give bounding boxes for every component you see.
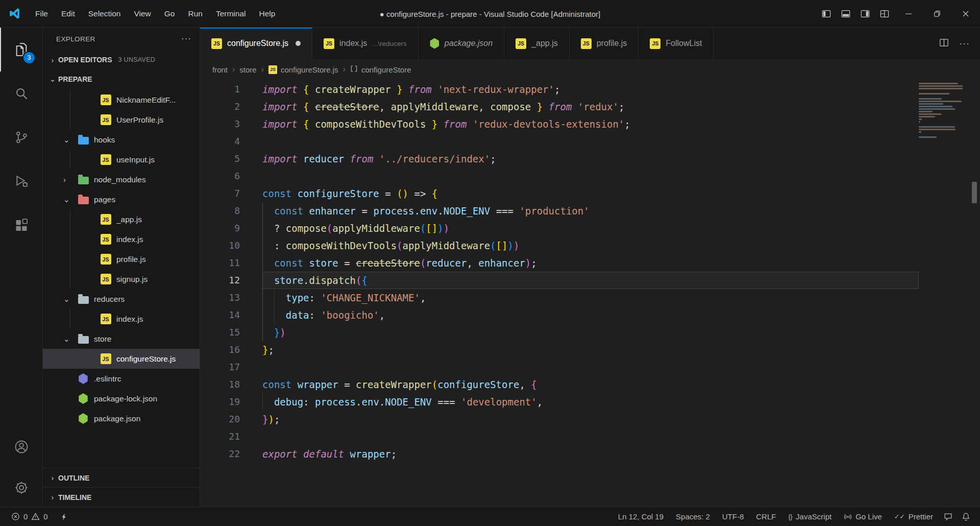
run-debug-icon: [14, 174, 29, 189]
code-line-7[interactable]: 7const configureStore = () => {: [200, 185, 980, 202]
tree-item-UserProfile.js[interactable]: JSUserProfile.js: [43, 110, 200, 130]
activitybar-settings[interactable]: [0, 469, 42, 507]
tab-FollowList[interactable]: JSFollowList: [639, 28, 714, 59]
section-open-editors[interactable]: › OPEN EDITORS 3 UNSAVED: [43, 50, 200, 69]
activitybar-source-control[interactable]: [0, 115, 42, 159]
line-number: 9: [200, 220, 240, 237]
breadcrumb-item-store[interactable]: store: [239, 65, 256, 74]
status-go-live[interactable]: Go Live: [838, 507, 888, 526]
tab-profile.js[interactable]: JSprofile.js: [570, 28, 639, 59]
section-timeline[interactable]: › TIMELINE: [43, 487, 200, 507]
tree-item-store[interactable]: ⌄store: [43, 329, 200, 349]
tree-item-signup.js[interactable]: JSsignup.js: [43, 269, 200, 289]
code-line-15[interactable]: 15 }): [200, 324, 980, 341]
menu-edit[interactable]: Edit: [55, 5, 82, 22]
status-prettier[interactable]: ✓✓Prettier: [888, 507, 939, 526]
tree-item-reducers[interactable]: ⌄reducers: [43, 289, 200, 309]
code-line-10[interactable]: 10 : composeWithDevTools(applyMiddleware…: [200, 237, 980, 254]
menu-selection[interactable]: Selection: [82, 5, 128, 22]
code-line-1[interactable]: 1import { createWrapper } from 'next-red…: [200, 81, 980, 98]
menu-view[interactable]: View: [127, 5, 157, 22]
chevron-right-icon: ›: [47, 493, 58, 501]
tree-item-hooks[interactable]: ⌄hooks: [43, 130, 200, 150]
breadcrumb-item-configureStore[interactable]: configureStore: [350, 65, 411, 74]
section-outline[interactable]: › OUTLINE: [43, 468, 200, 487]
code-line-18[interactable]: 18const wrapper = createWrapper(configur…: [200, 376, 980, 393]
code-line-6[interactable]: 6: [200, 168, 980, 185]
tree-item-.eslintrc[interactable]: .eslintrc: [43, 369, 200, 389]
code-line-14[interactable]: 14 data: 'boogicho',: [200, 306, 980, 324]
activitybar-search[interactable]: [0, 71, 42, 115]
menu-go[interactable]: Go: [158, 5, 182, 22]
status-ln-12-col-19[interactable]: Ln 12, Col 19: [612, 507, 670, 526]
tree-item-useInput.js[interactable]: JSuseInput.js: [43, 150, 200, 170]
code-line-11[interactable]: 11 const store = createStore(reducer, en…: [200, 254, 980, 272]
tab-configureStore.js[interactable]: JSconfigureStore.js: [200, 28, 312, 59]
breadcrumb-item-configureStore.js[interactable]: JSconfigureStore.js: [268, 65, 338, 74]
code-line-13[interactable]: 13 type: 'CHANGE_NICKNA​ME',: [200, 289, 980, 306]
activitybar-explorer[interactable]: 3: [0, 28, 42, 71]
tree-item-label: profile.js: [116, 255, 146, 264]
code-line-19[interactable]: 19 debug: process.env.NODE_ENV === 'deve…: [200, 393, 980, 411]
tab-index.js[interactable]: JSindex.js...\reducers: [312, 28, 419, 59]
code-line-20[interactable]: 20});: [200, 411, 980, 428]
source-control-icon: [14, 130, 29, 145]
search-icon: [14, 86, 29, 101]
code-line-2[interactable]: 2import { createStore, applyMiddleware, …: [200, 98, 980, 115]
code-line-16[interactable]: 16};: [200, 341, 980, 358]
tab-_app.js[interactable]: JS_app.js: [504, 28, 570, 59]
split-editor-icon[interactable]: [939, 38, 949, 50]
more-actions-icon[interactable]: ···: [959, 38, 970, 49]
feedback-icon[interactable]: [939, 507, 957, 526]
zap-status[interactable]: [54, 507, 74, 526]
tree-item-label: index.js: [116, 315, 143, 324]
tree-item-configureStore.js[interactable]: JSconfigureStore.js: [43, 349, 200, 369]
activitybar-extensions[interactable]: [0, 203, 42, 247]
tab-package.json[interactable]: package.json: [419, 28, 504, 59]
tree-item-pages[interactable]: ⌄pages: [43, 189, 200, 209]
tree-item-package-lock.json[interactable]: package-lock.json: [43, 389, 200, 409]
chevron-right-icon: ›: [232, 65, 235, 74]
code-line-12[interactable]: 12 store.dispatch({: [200, 272, 980, 289]
explorer-more-actions-icon[interactable]: ···: [181, 34, 191, 44]
activitybar-run-debug[interactable]: [0, 159, 42, 203]
status-javascript[interactable]: {}JavaScript: [782, 507, 838, 526]
customize-layout-icon[interactable]: [875, 0, 894, 27]
status-utf-8[interactable]: UTF-8: [716, 507, 750, 526]
minimap[interactable]: [919, 83, 968, 139]
tree-item-NicknameEditF...[interactable]: JSNicknameEditF...: [43, 90, 200, 110]
toggle-sidebar-icon[interactable]: [817, 0, 836, 27]
menu-help[interactable]: Help: [253, 5, 282, 22]
restore-button[interactable]: [923, 0, 951, 27]
code-line-4[interactable]: 4: [200, 133, 980, 150]
section-project[interactable]: ⌄ PREPARE: [43, 69, 200, 89]
code-editor[interactable]: 1import { createWrapper } from 'next-red…: [200, 80, 980, 507]
code-line-17[interactable]: 17: [200, 358, 980, 376]
code-line-8[interactable]: 8 const enhancer = process.env.NODE_ENV …: [200, 202, 980, 220]
code-line-3[interactable]: 3import { composeWithDevTools } from 're…: [200, 115, 980, 133]
toggle-panel-icon[interactable]: [836, 0, 855, 27]
status-spaces-2[interactable]: Spaces: 2: [670, 507, 716, 526]
code-line-9[interactable]: 9 ? compose(applyMiddleware([])): [200, 220, 980, 237]
menu-terminal[interactable]: Terminal: [209, 5, 253, 22]
breadcrumb-item-front[interactable]: front: [212, 65, 228, 74]
code-line-21[interactable]: 21: [200, 428, 980, 445]
tree-item-node_modules[interactable]: ›node_modules: [43, 170, 200, 189]
tree-item-label: NicknameEditF...: [116, 95, 176, 105]
tree-item-_app.js[interactable]: JS_app.js: [43, 209, 200, 229]
status-crlf[interactable]: CRLF: [750, 507, 782, 526]
tree-item-package.json[interactable]: package.json: [43, 409, 200, 428]
code-line-22[interactable]: 22export default wrapper;: [200, 445, 980, 463]
menu-file[interactable]: File: [29, 5, 55, 22]
toggle-secondary-sidebar-icon[interactable]: [855, 0, 875, 27]
menu-run[interactable]: Run: [181, 5, 209, 22]
problems-status[interactable]: 0 0: [5, 507, 54, 526]
close-window-button[interactable]: [951, 0, 980, 27]
tree-item-index.js[interactable]: JSindex.js: [43, 309, 200, 329]
notifications-bell-icon[interactable]: [957, 507, 975, 526]
code-line-5[interactable]: 5import reducer from '../reducers/index'…: [200, 150, 980, 168]
tree-item-index.js[interactable]: JSindex.js: [43, 229, 200, 249]
activitybar-accounts[interactable]: [0, 425, 42, 469]
tree-item-profile.js[interactable]: JSprofile.js: [43, 249, 200, 269]
minimize-button[interactable]: [894, 0, 923, 27]
